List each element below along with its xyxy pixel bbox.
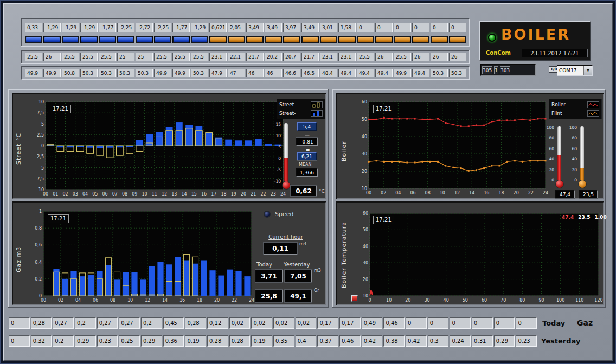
boiler-axis-label: Boiler: [341, 121, 348, 181]
gaz-today-cell: 0,12: [207, 317, 228, 329]
boiler-cell: 49,4: [357, 69, 374, 77]
svg-text:20: 20: [514, 191, 519, 196]
svg-text:50: 50: [463, 298, 468, 303]
cell: [99, 36, 116, 43]
blue-led-icon: [137, 37, 152, 42]
today-gr-display: 25,8: [255, 290, 283, 302]
boiler-cell: 47,9: [209, 69, 227, 77]
gaz-today-cell: 0,49: [362, 317, 383, 329]
cell: [265, 36, 282, 43]
svg-text:00: 00: [41, 298, 46, 303]
svg-text:7,5: 7,5: [37, 110, 44, 115]
gaz-today-cell: 0: [472, 317, 493, 329]
orange-led-icon: [358, 37, 373, 42]
svg-text:15: 15: [191, 192, 197, 197]
btemp-readouts: 47,4 23,5 1,00: [562, 214, 607, 220]
svg-text:70: 70: [501, 298, 506, 303]
today-label: Today: [256, 262, 272, 268]
svg-text:12: 12: [145, 298, 150, 303]
cell: [154, 36, 171, 43]
legend-row-boiler: Boiler: [551, 101, 599, 108]
flint-cell: 26: [412, 53, 429, 61]
temp-cell: -1,29: [62, 23, 79, 32]
svg-text:30: 30: [363, 261, 368, 265]
temp-cell: 3,97: [283, 23, 300, 32]
svg-text:24: 24: [543, 191, 548, 196]
temp-cell: 3,49: [301, 23, 319, 32]
footer-yesterday-label: Yesterday: [541, 337, 580, 345]
flint-cell: 25,5: [394, 53, 411, 61]
street-clock: 17:21: [50, 105, 71, 113]
svg-text:0: 0: [39, 294, 42, 298]
street-axis-label: Street °C: [15, 116, 22, 181]
scale-label: 60: [549, 147, 554, 151]
gaz-yesterday-cell: 0,46: [339, 335, 361, 347]
scale-label: 0: [574, 178, 577, 182]
gaz-today-cell: 0: [9, 317, 30, 329]
scale-label: 0: [551, 178, 554, 182]
street-unit: °C: [319, 188, 325, 194]
gaz-today-cell: 0,28: [31, 317, 52, 329]
svg-text:19: 19: [231, 192, 236, 197]
temp-cell: 0,621: [209, 23, 227, 32]
svg-text:80: 80: [519, 298, 525, 303]
svg-text:04: 04: [75, 298, 81, 303]
svg-text:0,4: 0,4: [35, 260, 42, 265]
gaz-clock: 17:21: [48, 214, 69, 223]
gaz-today-row: 00,280,270,20,270,270,20,450,280,120,020…: [9, 317, 537, 329]
street-max-display: 5,4: [297, 122, 317, 131]
scale-label: 60: [572, 147, 577, 151]
svg-text:13: 13: [171, 192, 177, 197]
left-panel: Street °C 000102030405060708091011121314…: [8, 89, 329, 308]
svg-text:10: 10: [440, 191, 445, 196]
svg-text:22: 22: [260, 192, 266, 197]
boiler-cell: 50,3: [136, 69, 153, 77]
boiler-cell: 48,4: [320, 69, 337, 77]
scale-label: 20: [549, 168, 554, 172]
temp-cell: -1,29: [80, 23, 98, 32]
gaz-yesterday-row: 00,320,20,290,230,250,290,360,190,280,28…: [9, 335, 537, 347]
gaz-yesterday-cell: 0,19: [251, 335, 272, 347]
chevron-down-icon[interactable]: ▼: [583, 66, 592, 75]
svg-text:0: 0: [368, 298, 371, 303]
svg-text:50: 50: [362, 117, 367, 122]
yesterday-label: Yesterday: [284, 262, 310, 268]
scale-label: 40: [549, 157, 554, 161]
com-port-select[interactable]: COM17 ▼: [557, 65, 593, 76]
svg-text:-7,5: -7,5: [35, 177, 44, 181]
flint-cell: 23,1: [338, 53, 356, 61]
gaz-yesterday-cell: 0,25: [119, 335, 140, 347]
gaz-today-cell: 0,17: [317, 317, 338, 329]
legend-row-street-minus: Street-: [279, 110, 323, 117]
temp-cell: -1,29: [191, 23, 208, 32]
flint-cell: 21,7: [301, 53, 319, 61]
m3-unit: m3: [314, 268, 321, 273]
flint-cell: 25,5: [80, 53, 98, 61]
scale-label: 5: [278, 145, 281, 149]
orange-led-icon: [376, 37, 392, 42]
flint-cell: 26: [449, 53, 466, 61]
boiler-temp-panel: Boiler Temperatura 010203040506070809010…: [336, 202, 604, 306]
svg-text:40: 40: [444, 298, 449, 303]
scale-label: -10: [274, 179, 281, 183]
orange-led-icon: [247, 37, 262, 42]
record-indicator-button[interactable]: [351, 295, 358, 302]
svg-text:10: 10: [127, 298, 133, 303]
com-port-value[interactable]: COM17: [557, 66, 583, 75]
svg-text:06: 06: [102, 192, 107, 197]
temp-cell: 0: [431, 23, 448, 32]
gaz-today-cell: 0: [516, 317, 537, 329]
boiler-thermometer-fill: [557, 155, 561, 181]
gaz-yesterday-cell: 0,28: [207, 335, 228, 347]
flint-cell: 26: [375, 53, 393, 61]
street-thermometer: [284, 122, 288, 183]
cell: [283, 36, 300, 43]
current-hour-display: 0,11: [264, 243, 297, 255]
boiler-cell: 46: [246, 69, 264, 77]
svg-text:16: 16: [201, 192, 207, 197]
boiler-cell: 49,4: [338, 69, 356, 77]
svg-text:08: 08: [425, 191, 431, 196]
cell: [301, 36, 319, 43]
orange-led-icon: [432, 37, 447, 42]
flint-cell: 21,7: [246, 53, 264, 61]
